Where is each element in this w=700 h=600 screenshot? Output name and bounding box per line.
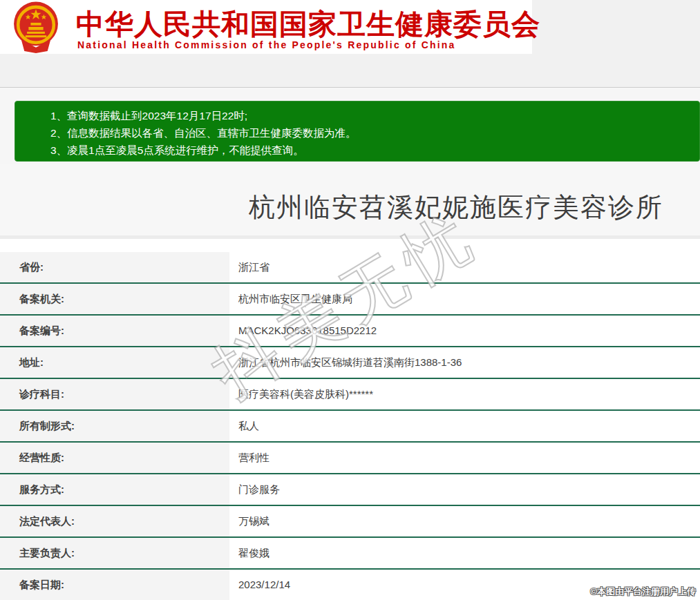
field-value: 浙江省杭州市临安区锦城街道苕溪南街1388-1-36	[229, 347, 700, 378]
field-value: 翟俊娥	[229, 538, 700, 568]
site-title-english: National Health Commission of the People…	[77, 39, 456, 50]
field-value: 门诊服务	[229, 474, 700, 505]
table-row: 服务方式: 门诊服务	[0, 474, 700, 506]
field-label: 经营性质:	[0, 443, 229, 473]
field-value: 营利性	[229, 443, 700, 473]
notice-line: 1、查询数据截止到2023年12月17日22时;	[50, 107, 692, 124]
field-value: 万锡斌	[229, 506, 700, 536]
institution-name: 杭州临安苕溪妃妮施医疗美容诊所	[212, 190, 700, 225]
field-label: 主要负责人:	[0, 538, 229, 568]
table-row: 备案日期: 2023/12/14	[0, 570, 700, 600]
table-row: 经营性质: 营利性	[0, 443, 700, 474]
field-label: 备案机关:	[0, 284, 229, 314]
field-value: 医疗美容科(美容皮肤科)******	[229, 379, 700, 409]
notice-box: 1、查询数据截止到2023年12月17日22时; 2、信息数据结果以各省、自治区…	[15, 101, 700, 162]
table-row: 所有制形式: 私人	[0, 411, 700, 443]
table-row: 诊疗科目: 医疗美容科(美容皮肤科)******	[0, 379, 700, 411]
table-row: 备案机关: 杭州市临安区卫生健康局	[0, 284, 700, 316]
notice-line: 3、凌晨1点至凌晨5点系统进行维护，不能提供查询。	[50, 142, 692, 159]
table-row: 法定代表人: 万锡斌	[0, 506, 700, 538]
table-row: 备案编号: MACK2KJQ633018515D2212	[0, 316, 700, 347]
table-row: 地址: 浙江省杭州市临安区锦城街道苕溪南街1388-1-36	[0, 347, 700, 379]
field-label: 诊疗科目:	[0, 379, 229, 409]
top-band: 中华人民共和国国家卫生健康委员会 National Health Commiss…	[0, 0, 700, 88]
table-row: 省份: 浙江省	[0, 252, 700, 284]
field-value: 浙江省	[229, 252, 700, 282]
field-value: MACK2KJQ633018515D2212	[229, 316, 700, 346]
field-label: 所有制形式:	[0, 411, 229, 441]
field-label: 法定代表人:	[0, 506, 229, 536]
field-label: 地址:	[0, 347, 229, 378]
field-label: 备案编号:	[0, 316, 229, 346]
institution-info-table: 省份: 浙江省 备案机关: 杭州市临安区卫生健康局 备案编号: MACK2KJQ…	[0, 252, 700, 600]
site-title-chinese: 中华人民共和国国家卫生健康委员会	[76, 6, 540, 43]
field-label: 省份:	[0, 252, 229, 282]
field-label: 服务方式:	[0, 474, 229, 505]
china-national-emblem-icon	[4, 1, 68, 53]
result-title-section: 杭州临安苕溪妃妮施医疗美容诊所	[0, 164, 700, 239]
field-value: 2023/12/14	[229, 570, 700, 600]
notice-band: 1、查询数据截止到2023年12月17日22时; 2、信息数据结果以各省、自治区…	[0, 88, 700, 164]
site-header: 中华人民共和国国家卫生健康委员会 National Health Commiss…	[0, 0, 532, 54]
page: 中华人民共和国国家卫生健康委员会 National Health Commiss…	[0, 0, 700, 600]
field-value: 私人	[229, 411, 700, 441]
spacer	[0, 239, 700, 252]
notice-line: 2、信息数据结果以各省、自治区、直辖市卫生健康委数据为准。	[50, 124, 692, 142]
field-value: 杭州市临安区卫生健康局	[229, 284, 700, 314]
table-row: 主要负责人: 翟俊娥	[0, 538, 700, 570]
field-label: 备案日期:	[0, 570, 229, 600]
